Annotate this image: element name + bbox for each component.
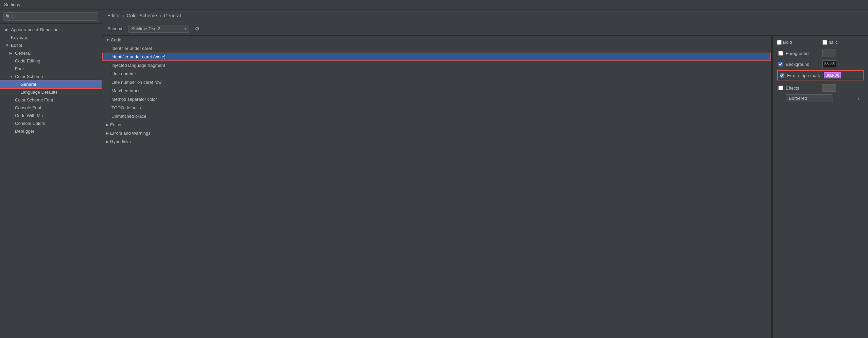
section-arrow-code: ▼ xyxy=(106,38,109,42)
sidebar-item-label-console-colors: Console Colors xyxy=(15,121,45,126)
scheme-item-method-separator-color[interactable]: Method separator color xyxy=(102,95,771,104)
background-color-text: 000000 xyxy=(823,61,836,66)
arrow-icon-editor: ▼ xyxy=(5,43,10,47)
bold-label: Bold xyxy=(783,40,817,45)
section-arrow-editor: ▶ xyxy=(106,123,109,127)
arrow-icon-general: ▶ xyxy=(10,51,14,55)
sidebar-tree: ▶Appearance & BehaviorKeymap▼Editor▶Gene… xyxy=(0,24,102,338)
title-bar: Settings xyxy=(0,0,868,10)
effects-label: Effects xyxy=(786,86,820,91)
scheme-item-matched-brace[interactable]: Matched brace xyxy=(102,87,771,95)
sidebar-item-label-code-editing: Code Editing xyxy=(15,58,40,63)
breadcrumb: Editor › Color Scheme › General xyxy=(102,10,868,22)
sidebar-item-label-general-cs: General xyxy=(20,82,36,87)
breadcrumb-editor[interactable]: Editor xyxy=(107,13,120,18)
sidebar: 🔍 ▶Appearance & BehaviorKeymap▼Editor▶Ge… xyxy=(0,10,102,338)
scheme-item-todo-defaults[interactable]: TODO defaults xyxy=(102,104,771,112)
sidebar-item-label-editor: Editor xyxy=(11,43,22,48)
background-label: Background xyxy=(786,62,820,67)
bold-checkbox[interactable] xyxy=(777,40,782,45)
scheme-item-line-number[interactable]: Line number xyxy=(102,70,771,78)
background-row: Background 000000 xyxy=(778,60,863,68)
effects-color-box[interactable] xyxy=(822,84,836,92)
search-input[interactable] xyxy=(3,12,98,21)
scheme-section-errors-warnings[interactable]: ▶Errors and Warnings xyxy=(102,129,771,137)
sidebar-item-label-appearance: Appearance & Behavior xyxy=(11,27,57,32)
scheme-row: Scheme: Sublime Text 2DefaultDarculaHigh… xyxy=(102,22,868,36)
sidebar-item-font[interactable]: Font xyxy=(0,65,102,73)
bold-item: Bold xyxy=(777,40,817,45)
italic-item: Italic xyxy=(822,40,863,45)
error-stripe-mark-color-box[interactable]: B65FD8 xyxy=(824,72,841,78)
scheme-tree: ▼CodeIdentifier under caretIdentifier un… xyxy=(102,36,771,338)
scheme-item-line-number-caret-row[interactable]: Line number on caret row xyxy=(102,78,771,87)
sidebar-item-general-cs[interactable]: General xyxy=(0,80,102,88)
sidebar-item-color-scheme-font[interactable]: Color Scheme Font xyxy=(0,96,102,104)
scheme-section-code[interactable]: ▼Code xyxy=(102,36,771,44)
sidebar-item-label-color-scheme: Color Scheme xyxy=(15,74,43,79)
search-icon: 🔍 xyxy=(5,14,11,19)
error-stripe-mark-label: Error stripe mark xyxy=(787,73,821,78)
breadcrumb-sep-1: › xyxy=(122,13,125,18)
sidebar-item-label-general: General xyxy=(15,51,31,56)
sidebar-item-code-with-me[interactable]: Code With Me xyxy=(0,112,102,119)
scheme-item-injected-language-fragment[interactable]: Injected language fragment xyxy=(102,61,771,70)
section-label-code: Code xyxy=(111,37,121,42)
italic-label: Italic xyxy=(829,40,863,45)
scheme-section-hyperlinks[interactable]: ▶Hyperlinks xyxy=(102,137,771,146)
sidebar-item-editor[interactable]: ▼Editor xyxy=(0,41,102,49)
section-label-hyperlinks: Hyperlinks xyxy=(110,139,131,144)
sidebar-item-appearance[interactable]: ▶Appearance & Behavior xyxy=(0,26,102,34)
error-stripe-mark-row: Error stripe mark B65FD8 xyxy=(778,71,863,79)
scheme-label: Scheme: xyxy=(107,26,125,31)
foreground-color-box[interactable] xyxy=(822,50,836,57)
breadcrumb-color-scheme[interactable]: Color Scheme xyxy=(127,13,157,18)
main-layout: 🔍 ▶Appearance & BehaviorKeymap▼Editor▶Ge… xyxy=(0,10,868,338)
scheme-select-wrapper: Sublime Text 2DefaultDarculaHigh Contras… xyxy=(128,25,189,33)
sidebar-item-label-color-scheme-font: Color Scheme Font xyxy=(15,97,53,102)
arrow-icon-color-scheme: ▼ xyxy=(10,75,14,78)
sidebar-item-code-editing[interactable]: Code Editing xyxy=(0,57,102,65)
scheme-section-editor[interactable]: ▶Editor xyxy=(102,120,771,129)
effects-row: Effects xyxy=(778,84,863,92)
foreground-checkbox[interactable] xyxy=(778,51,783,56)
sidebar-item-console-colors[interactable]: Console Colors xyxy=(0,119,102,127)
effects-section: Effects BorderedUnderscoredBold Undersco… xyxy=(778,84,863,102)
sidebar-search-area: 🔍 xyxy=(0,10,102,24)
gear-button[interactable]: ⚙ xyxy=(193,25,202,33)
bold-italic-row: Bold Italic xyxy=(778,40,863,45)
sidebar-item-label-code-with-me: Code With Me xyxy=(15,113,43,118)
italic-checkbox[interactable] xyxy=(822,40,827,45)
sidebar-item-color-scheme[interactable]: ▼Color Scheme xyxy=(0,73,102,80)
sidebar-item-debugger[interactable]: Debugger xyxy=(0,127,102,135)
effects-checkbox[interactable] xyxy=(778,86,783,90)
breadcrumb-general[interactable]: General xyxy=(164,13,181,18)
sidebar-item-label-console-font: Console Font xyxy=(15,105,41,110)
sidebar-item-keymap[interactable]: Keymap xyxy=(0,34,102,41)
sidebar-item-language-defaults[interactable]: Language Defaults xyxy=(0,88,102,96)
sidebar-item-label-debugger: Debugger xyxy=(15,129,34,134)
foreground-row: Foreground xyxy=(778,50,863,57)
scheme-item-identifier-under-caret-write[interactable]: Identifier under caret (write) xyxy=(102,53,771,61)
section-label-editor: Editor xyxy=(110,122,122,127)
properties-panel: Bold Italic Foreground Background xyxy=(773,36,868,338)
scheme-item-unmatched-brace[interactable]: Unmatched brace xyxy=(102,112,771,120)
section-arrow-hyperlinks: ▶ xyxy=(106,140,109,144)
scheme-item-identifier-under-caret[interactable]: Identifier under caret xyxy=(102,44,771,53)
sidebar-item-label-language-defaults: Language Defaults xyxy=(20,90,57,95)
breadcrumb-sep-2: › xyxy=(160,13,163,18)
arrow-icon-appearance: ▶ xyxy=(5,28,10,32)
background-color-box[interactable]: 000000 xyxy=(822,60,836,68)
background-checkbox[interactable] xyxy=(778,62,783,67)
error-stripe-mark-checkbox[interactable] xyxy=(780,73,784,78)
sidebar-item-general[interactable]: ▶General xyxy=(0,49,102,57)
title-text: Settings xyxy=(4,2,20,7)
sidebar-item-console-font[interactable]: Console Font xyxy=(0,104,102,112)
effects-type-dropdown[interactable]: BorderedUnderscoredBold UnderscoredDotte… xyxy=(786,94,833,102)
section-label-errors-warnings: Errors and Warnings xyxy=(110,131,151,136)
search-wrapper: 🔍 xyxy=(3,12,98,21)
scheme-dropdown[interactable]: Sublime Text 2DefaultDarculaHigh Contras… xyxy=(128,25,189,33)
content-area: Editor › Color Scheme › General Scheme: … xyxy=(102,10,868,338)
editor-body: ▼CodeIdentifier under caretIdentifier un… xyxy=(102,36,868,338)
foreground-label: Foreground xyxy=(786,51,820,56)
